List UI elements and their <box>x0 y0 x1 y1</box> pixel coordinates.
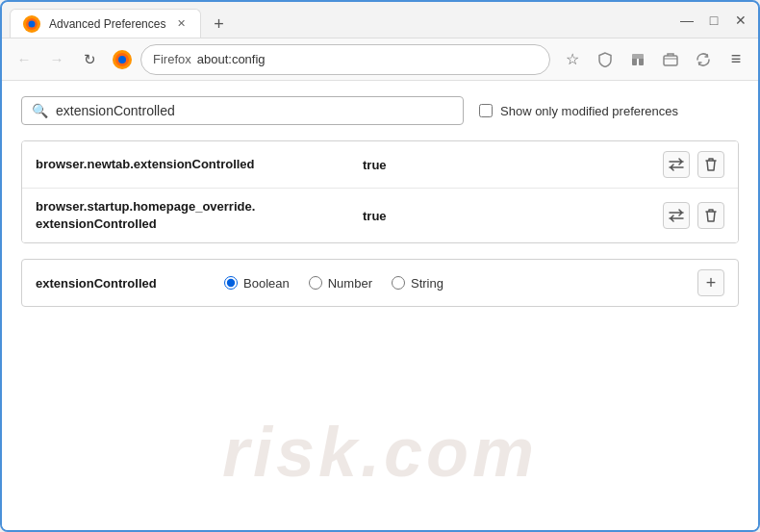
delete-icon <box>704 157 718 172</box>
window-controls: — □ ✕ <box>677 11 750 30</box>
tab-area: Advanced Preferences ✕ + <box>10 2 677 38</box>
extension-icon <box>630 52 646 67</box>
address-bar[interactable]: Firefox about:config <box>140 44 550 75</box>
search-bar: 🔍 Show only modified preferences <box>21 96 739 125</box>
pref-name-1: browser.newtab.extensionControlled <box>36 156 363 173</box>
pref-row-1[interactable]: browser.newtab.extensionControlled true <box>22 141 738 189</box>
sync-button[interactable] <box>689 45 718 74</box>
number-radio[interactable] <box>309 276 322 290</box>
new-pref-name: extensionControlled <box>36 276 209 291</box>
search-icon: 🔍 <box>32 103 48 118</box>
pref-name-2: browser.startup.homepage_override. exten… <box>36 198 363 233</box>
extension-button[interactable] <box>623 45 652 74</box>
pref-actions-1 <box>663 151 724 178</box>
nav-icons: ☆ <box>558 45 750 74</box>
close-button[interactable]: ✕ <box>731 11 750 30</box>
boolean-radio[interactable] <box>224 276 238 290</box>
show-modified-text: Show only modified preferences <box>500 104 678 118</box>
svg-rect-6 <box>632 58 637 65</box>
boolean-label: Boolean <box>243 276 290 291</box>
pref-delete-button-2[interactable] <box>697 202 724 229</box>
search-input[interactable] <box>56 103 453 118</box>
pref-toggle-button-1[interactable] <box>663 151 690 178</box>
container-button[interactable] <box>656 45 685 74</box>
reload-button[interactable]: ↻ <box>75 45 104 74</box>
svg-point-2 <box>29 20 36 27</box>
sync-icon <box>696 52 711 67</box>
search-wrapper[interactable]: 🔍 <box>21 96 464 125</box>
type-radio-group: Boolean Number String <box>224 276 443 291</box>
pref-delete-button-1[interactable] <box>697 151 724 178</box>
forward-button[interactable]: → <box>42 45 71 74</box>
string-radio[interactable] <box>392 276 405 290</box>
svg-rect-9 <box>664 56 677 65</box>
pref-toggle-button-2[interactable] <box>663 202 690 229</box>
container-icon <box>663 52 678 67</box>
tab-title: Advanced Preferences <box>49 17 165 31</box>
tab-close-button[interactable]: ✕ <box>173 16 189 32</box>
add-preference-button[interactable]: + <box>697 269 724 296</box>
toggle-icon <box>669 158 684 171</box>
new-preference-row: extensionControlled Boolean Number Strin… <box>21 259 739 307</box>
svg-rect-8 <box>632 54 644 59</box>
show-modified-label[interactable]: Show only modified preferences <box>479 104 678 118</box>
toggle-icon-2 <box>669 209 684 222</box>
firefox-logo <box>112 49 133 70</box>
tab-favicon <box>22 14 41 34</box>
pref-row-2[interactable]: browser.startup.homepage_override. exten… <box>22 189 738 242</box>
bookmark-button[interactable]: ☆ <box>558 45 587 74</box>
pref-value-1: true <box>363 158 663 172</box>
maximize-button[interactable]: □ <box>704 11 723 30</box>
shield-icon <box>597 52 613 67</box>
boolean-option[interactable]: Boolean <box>224 276 290 291</box>
navigation-bar: ← → ↻ Firefox about:config ☆ <box>2 38 758 81</box>
pref-value-2: true <box>363 209 663 223</box>
pref-actions-2 <box>663 202 724 229</box>
show-modified-checkbox[interactable] <box>479 104 493 117</box>
browser-window: Advanced Preferences ✕ + — □ ✕ ← → ↻ Fir… <box>0 0 760 532</box>
delete-icon-2 <box>704 208 718 223</box>
minimize-button[interactable]: — <box>677 11 697 30</box>
number-option[interactable]: Number <box>309 276 372 291</box>
svg-point-5 <box>118 56 126 63</box>
new-tab-button[interactable]: + <box>205 11 232 38</box>
browser-tab[interactable]: Advanced Preferences ✕ <box>10 9 201 38</box>
string-option[interactable]: String <box>392 276 443 291</box>
firefox-label: Firefox <box>153 52 191 66</box>
title-bar: Advanced Preferences ✕ + — □ ✕ <box>2 2 758 38</box>
content-area: 🔍 Show only modified preferences browser… <box>2 81 758 530</box>
number-label: Number <box>328 276 372 291</box>
shield-button[interactable] <box>591 45 620 74</box>
back-button[interactable]: ← <box>10 45 38 74</box>
watermark: risk.com <box>222 413 538 492</box>
url-text: about:config <box>197 52 266 66</box>
preferences-table: browser.newtab.extensionControlled true <box>21 140 739 243</box>
string-label: String <box>411 276 443 291</box>
svg-rect-7 <box>639 58 644 65</box>
menu-button[interactable]: ≡ <box>722 45 750 74</box>
